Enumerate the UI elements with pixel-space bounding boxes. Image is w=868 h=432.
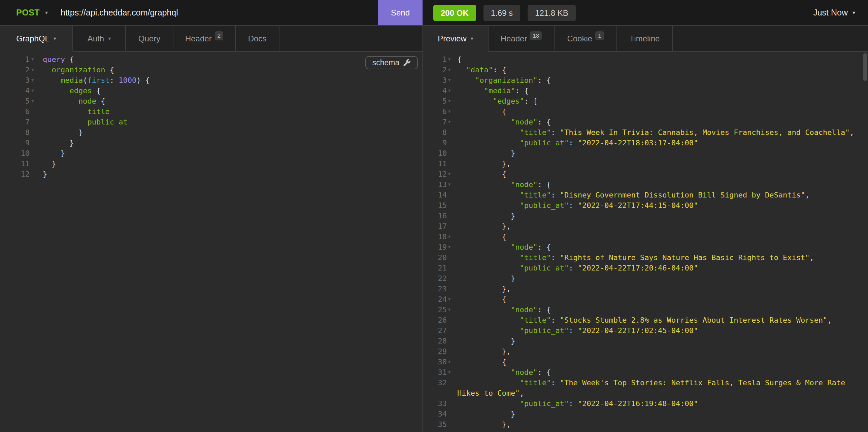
response-preview-editor[interactable]: 1▾{2▾ "data": {3▾ "organization": {4▾ "m… [423,52,868,432]
code-line[interactable]: 5▾ "edges": [ [423,96,868,106]
tab-query[interactable]: Query [126,26,174,52]
code-line[interactable]: 2▾ "data": { [423,65,868,75]
fold-arrow-icon[interactable]: ▾ [447,106,455,117]
code-line[interactable]: 4▾ "media": { [423,86,868,96]
code-line[interactable]: 5▾ node { [0,96,423,106]
code-line[interactable]: 3▾ media(first: 1000) { [0,75,423,86]
code-line[interactable]: 29 }, [423,346,868,357]
code-line[interactable]: 15 "public_at": "2022-04-22T17:44:15-04:… [423,200,868,211]
fold-arrow-icon[interactable]: ▾ [447,357,455,367]
fold-arrow-icon[interactable]: ▾ [447,242,455,252]
code-line[interactable]: 1▾{ [423,54,868,65]
code-line[interactable]: 33 "public_at": "2022-04-22T16:19:48-04:… [423,398,868,409]
code-line[interactable]: 23 }, [423,284,868,294]
line-number: 16 [423,211,447,221]
code-line[interactable]: 32 "title": "The Week's Top Stories: Net… [423,377,868,398]
fold-arrow-icon[interactable]: ▾ [30,75,40,86]
code-line[interactable]: 7 public_at [0,117,423,127]
tab-label: Header [501,34,527,43]
code-line[interactable]: 3▾ "organization": { [423,75,868,86]
code-line[interactable]: 19▾ "node": { [423,242,868,252]
fold-arrow-icon[interactable]: ▾ [30,65,40,75]
tab-timeline[interactable]: Timeline [617,26,673,52]
code-line[interactable]: 31▾ "node": { [423,367,868,377]
code-line[interactable]: 6 title [0,106,423,117]
tab-cookie[interactable]: Cookie 1 [555,26,617,52]
code-text: public_at [40,117,423,127]
tab-preview[interactable]: Preview ▾ [423,26,489,52]
fold-arrow-icon[interactable]: ▾ [447,117,455,127]
tab-header[interactable]: Header 2 [174,26,236,52]
code-line[interactable]: 10 } [0,148,423,159]
request-editor[interactable]: 1▾query {2▾ organization {3▾ media(first… [0,52,423,432]
fold-arrow-icon[interactable]: ▾ [447,96,455,106]
tab-auth[interactable]: Auth ▾ [73,26,126,52]
tab-docs[interactable]: Docs [236,26,279,52]
code-line[interactable]: 12▾ { [423,169,868,179]
tab-label: Docs [248,34,267,43]
code-line[interactable]: 1▾query { [0,54,423,65]
history-dropdown[interactable]: Just Now ▾ [813,0,855,25]
fold-arrow-icon[interactable]: ▾ [30,86,40,96]
code-line[interactable]: 17 }, [423,221,868,231]
fold-arrow-icon[interactable]: ▾ [447,430,455,432]
code-line[interactable]: 7▾ "node": { [423,117,868,127]
fold-arrow-icon[interactable]: ▾ [447,75,455,86]
line-number: 32 [423,377,447,388]
code-line[interactable]: 35 }, [423,419,868,430]
code-line[interactable]: 24▾ { [423,294,868,304]
url-input[interactable]: https://api.cheddar.com/graphql [61,0,178,25]
code-line[interactable]: 6▾ { [423,106,868,117]
line-number: 35 [423,419,447,430]
method-dropdown[interactable]: POST ▾ [16,0,48,25]
code-line[interactable]: 28 } [423,336,868,346]
cookie-count-badge: 1 [595,31,604,40]
code-line[interactable]: 12} [0,169,423,179]
code-line[interactable]: 13▾ "node": { [423,179,868,190]
fold-arrow-icon[interactable]: ▾ [447,304,455,315]
tab-response-header[interactable]: Header 18 [489,26,555,52]
scrollbar-thumb[interactable] [863,53,867,81]
fold-arrow-icon[interactable]: ▾ [447,86,455,96]
fold-arrow-icon[interactable]: ▾ [447,179,455,190]
code-text: }, [455,159,868,169]
code-line[interactable]: 21 "public_at": "2022-04-22T17:20:46-04:… [423,263,868,273]
code-line[interactable]: 9 "public_at": "2022-04-22T18:03:17-04:0… [423,138,868,148]
code-line[interactable]: 11 }, [423,159,868,169]
fold-arrow-icon[interactable]: ▾ [30,54,40,65]
code-line[interactable]: 8 "title": "This Week In Trivia: Cannabi… [423,127,868,138]
code-line[interactable]: 4▾ edges { [0,86,423,96]
panel-divider[interactable] [423,26,423,432]
code-line[interactable]: 34 } [423,409,868,419]
line-number: 12 [0,169,30,179]
fold-arrow-icon[interactable]: ▾ [447,367,455,377]
code-line[interactable]: 9 } [0,138,423,148]
code-line[interactable]: 14 "title": "Disney Government Dissoluti… [423,190,868,200]
schema-button[interactable]: schema [365,56,418,69]
code-line[interactable]: 30▾ { [423,357,868,367]
code-line[interactable]: 26 "title": "Stocks Stumble 2.8% as Worr… [423,315,868,325]
tab-label: Auth [88,34,104,43]
fold-arrow-icon[interactable]: ▾ [447,294,455,304]
code-line[interactable]: 8 } [0,127,423,138]
line-number: 5 [0,96,30,106]
fold-arrow-icon[interactable]: ▾ [30,96,40,106]
tab-body-graphql[interactable]: GraphQL ▾ [0,26,73,52]
response-meta: 200 OK 1.69 s 121.8 KB [433,5,576,21]
fold-arrow-icon[interactable]: ▾ [447,169,455,179]
code-line[interactable]: 11 } [0,159,423,169]
fold-arrow-icon[interactable]: ▾ [447,231,455,242]
code-line[interactable]: 27 "public_at": "2022-04-22T17:02:45-04:… [423,325,868,336]
code-line[interactable]: 2▾ organization { [0,65,423,75]
code-line[interactable]: 22 } [423,273,868,284]
send-button[interactable]: Send [378,0,423,25]
code-line[interactable]: 36▾ { [423,430,868,432]
line-number: 7 [423,117,447,127]
code-line[interactable]: 20 "title": "Rights of Nature Says Natur… [423,252,868,263]
fold-arrow-icon[interactable]: ▾ [447,54,455,65]
code-line[interactable]: 25▾ "node": { [423,304,868,315]
code-line[interactable]: 10 } [423,148,868,159]
code-line[interactable]: 18▾ { [423,231,868,242]
fold-arrow-icon[interactable]: ▾ [447,65,455,75]
code-line[interactable]: 16 } [423,211,868,221]
